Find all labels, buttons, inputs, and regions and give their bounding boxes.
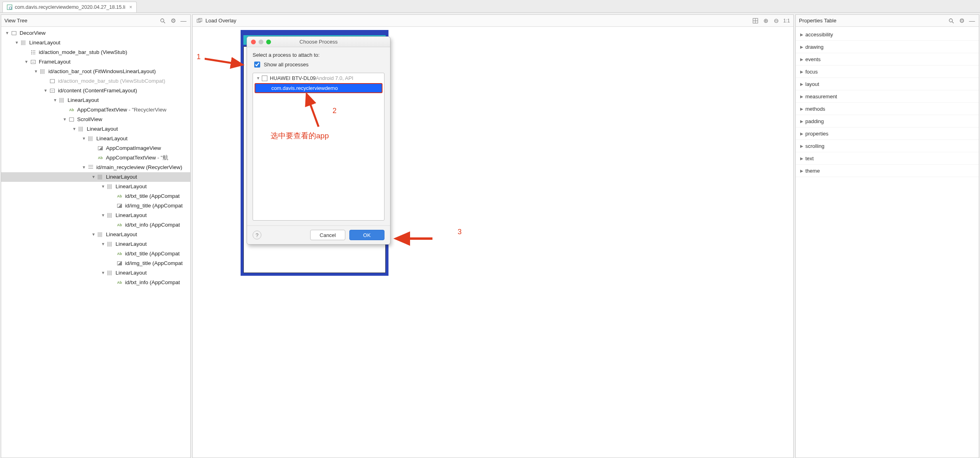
tree-row[interactable]: LinearLayout: [1, 134, 190, 143]
property-group[interactable]: methods: [796, 103, 979, 115]
close-icon[interactable]: ×: [129, 4, 132, 10]
chevron-right-icon[interactable]: [799, 169, 805, 173]
tree-row[interactable]: id/img_title (AppCompat: [1, 259, 190, 268]
window-close-icon[interactable]: [251, 40, 256, 44]
tree-label: id/action_mode_bar_stub (ViewStub): [39, 48, 127, 57]
property-group[interactable]: text: [796, 152, 979, 165]
device-row[interactable]: HUAWEI BTV-DL09 Android 7.0, API: [253, 73, 384, 83]
tree-row[interactable]: id/action_bar_root (FitWindowsLinearLayo…: [1, 67, 190, 76]
properties-body[interactable]: accessibilitydrawingeventsfocuslayoutmea…: [796, 27, 979, 458]
chevron-right-icon[interactable]: [799, 107, 805, 111]
chevron-right-icon[interactable]: [799, 70, 805, 74]
help-icon[interactable]: ?: [253, 231, 261, 239]
chevron-down-icon[interactable]: [4, 28, 10, 38]
tree-row[interactable]: Abid/txt_title (AppCompat: [1, 191, 190, 201]
search-icon[interactable]: [159, 17, 166, 24]
property-group[interactable]: padding: [796, 115, 979, 127]
ok-button[interactable]: OK: [349, 230, 384, 240]
tree-row[interactable]: LinearLayout: [1, 124, 190, 134]
tree-row[interactable]: LinearLayout: [1, 96, 190, 105]
chevron-down-icon[interactable]: [72, 124, 77, 134]
property-group[interactable]: events: [796, 53, 979, 66]
tree-row[interactable]: AppCompatImageView: [1, 143, 190, 153]
tree-row[interactable]: DecorView: [1, 28, 190, 38]
dialog-label: Select a process to attach to:: [253, 52, 384, 58]
chevron-right-icon[interactable]: [799, 32, 805, 37]
property-group[interactable]: measurement: [796, 90, 979, 103]
property-group[interactable]: drawing: [796, 41, 979, 53]
show-all-processes-checkbox[interactable]: Show all processes: [253, 60, 384, 69]
chevron-right-icon[interactable]: [799, 156, 805, 161]
tree-row[interactable]: id/action_mode_bar_stub (ViewStubCompat): [1, 76, 190, 86]
one-to-one-icon[interactable]: 1:1: [783, 17, 790, 24]
property-label: padding: [805, 118, 824, 124]
tree-body[interactable]: DecorViewLinearLayoutid/action_mode_bar_…: [1, 27, 190, 458]
chevron-down-icon[interactable]: [14, 38, 20, 48]
chevron-right-icon[interactable]: [799, 94, 805, 99]
node-type-icon: Ab: [97, 155, 104, 161]
chevron-down-icon[interactable]: [91, 230, 96, 239]
chevron-down-icon[interactable]: [52, 96, 58, 105]
tree-row[interactable]: ScrollView: [1, 115, 190, 124]
property-group[interactable]: accessibility: [796, 28, 979, 41]
tree-row[interactable]: FrameLayout: [1, 57, 190, 67]
chevron-down-icon[interactable]: [100, 211, 106, 220]
gear-icon[interactable]: ⚙: [958, 17, 965, 24]
chevron-down-icon[interactable]: [100, 182, 106, 191]
tree-row[interactable]: Abid/txt_info (AppCompat: [1, 278, 190, 287]
node-type-icon: [107, 184, 113, 189]
chevron-down-icon[interactable]: [62, 115, 68, 124]
tree-row[interactable]: id/img_title (AppCompat: [1, 201, 190, 211]
tree-row[interactable]: id/main_recycleview (RecyclerView): [1, 163, 190, 172]
chevron-right-icon[interactable]: [799, 45, 805, 49]
tree-row[interactable]: LinearLayout: [1, 230, 190, 239]
gear-icon[interactable]: ⚙: [169, 17, 177, 24]
process-list[interactable]: HUAWEI BTV-DL09 Android 7.0, API com.dav…: [253, 73, 384, 221]
tree-row[interactable]: Abid/txt_title (AppCompat: [1, 249, 190, 259]
chevron-right-icon[interactable]: [799, 144, 805, 148]
chevron-down-icon[interactable]: [100, 268, 106, 278]
tree-row[interactable]: LinearLayout: [1, 172, 190, 182]
chevron-right-icon[interactable]: [799, 57, 805, 62]
chevron-right-icon[interactable]: [799, 131, 805, 136]
chevron-down-icon[interactable]: [81, 163, 87, 172]
property-group[interactable]: layout: [796, 78, 979, 90]
tree-row[interactable]: id/content (ContentFrameLayout): [1, 86, 190, 96]
property-group[interactable]: scrolling: [796, 140, 979, 152]
overlay-icon[interactable]: [196, 17, 203, 24]
window-zoom-icon[interactable]: [266, 40, 271, 44]
checkbox-input[interactable]: [254, 62, 260, 68]
chevron-right-icon[interactable]: [799, 82, 805, 86]
chevron-down-icon[interactable]: [91, 172, 96, 182]
file-tab[interactable]: com.davis.recyclerviewdemo_2020.04.27_18…: [2, 2, 137, 12]
chevron-down-icon[interactable]: [255, 76, 261, 80]
property-group[interactable]: theme: [796, 165, 979, 177]
cancel-button[interactable]: Cancel: [310, 230, 345, 240]
process-row-selected[interactable]: com.davis.recyclerviewdemo: [255, 83, 382, 93]
node-type-icon: Ab: [116, 193, 123, 199]
chevron-down-icon[interactable]: [43, 86, 48, 96]
chevron-down-icon[interactable]: [33, 67, 39, 76]
tree-row[interactable]: id/action_mode_bar_stub (ViewStub): [1, 48, 190, 57]
minimize-icon[interactable]: —: [180, 17, 187, 24]
minimize-icon[interactable]: —: [968, 17, 976, 24]
grid-icon[interactable]: [752, 17, 759, 24]
tree-row[interactable]: AbAppCompatTextView - "航: [1, 153, 190, 163]
tree-row[interactable]: Abid/txt_info (AppCompat: [1, 220, 190, 230]
search-icon[interactable]: [948, 17, 955, 24]
chevron-down-icon[interactable]: [24, 57, 29, 67]
svg-line-9: [205, 59, 243, 65]
property-group[interactable]: properties: [796, 127, 979, 140]
zoom-in-icon[interactable]: ⊕: [762, 17, 769, 24]
tree-row[interactable]: AbAppCompatTextView - "RecyclerView: [1, 105, 190, 115]
tree-row[interactable]: LinearLayout: [1, 211, 190, 220]
property-group[interactable]: focus: [796, 66, 979, 78]
tree-row[interactable]: LinearLayout: [1, 268, 190, 278]
tree-row[interactable]: LinearLayout: [1, 239, 190, 249]
chevron-right-icon[interactable]: [799, 119, 805, 123]
chevron-down-icon[interactable]: [100, 239, 106, 249]
tree-row[interactable]: LinearLayout: [1, 182, 190, 191]
chevron-down-icon[interactable]: [81, 134, 87, 143]
zoom-out-icon[interactable]: ⊖: [773, 17, 780, 24]
tree-row[interactable]: LinearLayout: [1, 38, 190, 48]
